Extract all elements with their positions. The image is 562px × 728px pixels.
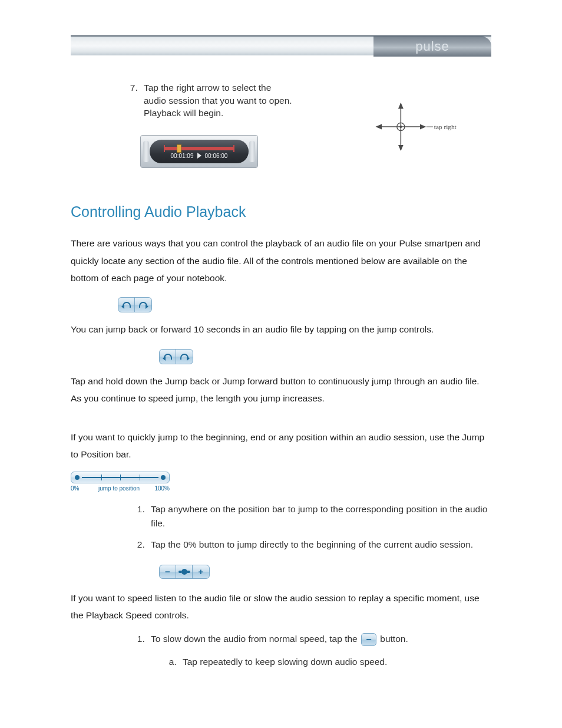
intro-paragraph: There are various ways that you can cont… [71, 235, 491, 286]
nav-hint-label: tap right [434, 123, 457, 130]
jump-to-position-bar: 0% jump to position 100% [71, 472, 491, 492]
speed-normal-icon [176, 565, 193, 578]
speed-step-1-text-b: button. [378, 634, 408, 644]
position-label-mid: jump to position [87, 485, 151, 492]
position-0-button [75, 475, 80, 480]
speed-step-1-text-a: To slow down the audio from normal speed… [151, 634, 360, 644]
playback-speed-controls: − + [159, 565, 210, 579]
speed-step-1: To slow down the audio from normal speed… [147, 632, 491, 668]
position-step-2: Tap the 0% button to jump directly to th… [147, 538, 491, 552]
speed-plus-icon: + [193, 565, 209, 578]
brand-logo: pulse [373, 37, 491, 57]
page-header: pulse [71, 35, 491, 55]
audio-player-display: 00:01:09 00:06:00 [140, 135, 258, 168]
position-step-1: Tap anywhere on the position bar to jump… [147, 502, 491, 531]
speed-minus-icon: − [160, 565, 176, 578]
position-intro: If you want to quickly jump to the begin… [71, 429, 491, 463]
inline-minus-button-icon: − [361, 633, 376, 646]
step-7-text: Tap the right arrow to select the audio … [140, 81, 295, 120]
jump-paragraph-1: You can jump back or forward 10 seconds … [71, 321, 491, 338]
player-total-time: 00:06:00 [205, 153, 228, 159]
jump-back-icon [160, 350, 176, 364]
jump-back-icon [118, 298, 135, 312]
position-100-button [161, 475, 166, 480]
player-progress-track [164, 147, 234, 150]
brand-logo-text: pulse [415, 39, 449, 54]
nav-cross-diagram: tap right [366, 99, 461, 160]
position-label-100: 100% [151, 485, 170, 492]
position-label-0: 0% [71, 485, 87, 492]
play-icon [197, 153, 201, 159]
speed-intro: If you want to speed listen to the audio… [71, 589, 491, 624]
jump-controls-illustration-1 [118, 297, 152, 312]
jump-paragraph-2: Tap and hold down the Jump back or Jump … [71, 373, 491, 407]
svg-point-5 [399, 126, 402, 128]
jump-forward-icon [176, 350, 193, 364]
speed-substep-a: Tap repeatedly to keep slowing down audi… [179, 655, 491, 669]
player-elapsed-time: 00:01:09 [171, 153, 194, 159]
jump-forward-icon [135, 298, 151, 312]
section-title: Controlling Audio Playback [71, 203, 491, 220]
jump-controls-illustration-2 [159, 349, 193, 364]
